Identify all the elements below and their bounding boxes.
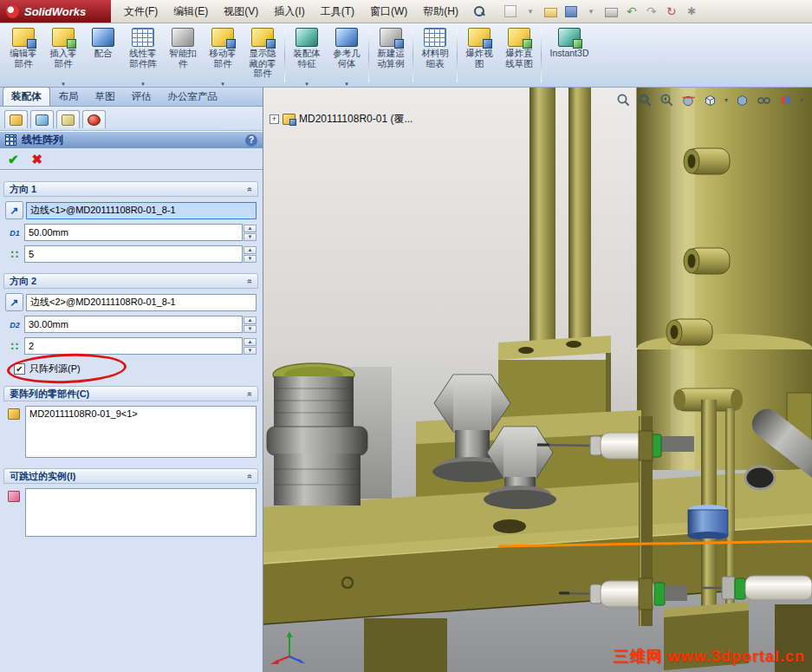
- spacing1-field[interactable]: 50.00mm: [24, 224, 243, 241]
- tab-assembly[interactable]: 装配体: [3, 87, 50, 106]
- spinner-up-icon[interactable]: [244, 225, 257, 232]
- components-listbox[interactable]: MD20111108R0-01_9<1>: [25, 406, 257, 458]
- new-document-icon[interactable]: [504, 5, 516, 17]
- menu-window[interactable]: 窗口(W): [362, 0, 415, 23]
- ribbon-button-exploded-view[interactable]: 爆炸视图: [459, 25, 499, 87]
- skip-header[interactable]: 可跳过的实例(I): [3, 468, 258, 484]
- search-icon[interactable]: [473, 5, 485, 17]
- redo-icon[interactable]: [646, 4, 658, 18]
- dropdown-arrow-icon[interactable]: ▾: [724, 96, 728, 104]
- display-style-icon[interactable]: [735, 93, 750, 108]
- configuration-manager-tab[interactable]: [56, 110, 80, 128]
- ribbon-button-linear-pattern[interactable]: 线性零部件阵: [123, 25, 163, 87]
- edit-component-icon: [12, 28, 35, 47]
- ribbon-button-insert-component[interactable]: 插入零部件: [43, 25, 83, 87]
- menu-file[interactable]: 文件(F): [116, 0, 166, 23]
- options-icon[interactable]: [685, 4, 698, 18]
- dropdown-arrow-icon: [305, 81, 309, 87]
- spinner-up-icon[interactable]: [244, 246, 257, 254]
- zoom-area-icon[interactable]: [638, 93, 653, 108]
- flyout-tree-node[interactable]: MD20111108R0-01 (覆...: [270, 112, 412, 127]
- ribbon-button-move-component[interactable]: 移动零部件: [203, 25, 243, 87]
- cancel-button[interactable]: [32, 153, 43, 166]
- ribbon-button-bill-of-materials[interactable]: 材料明细表: [415, 25, 455, 87]
- title-bar: SolidWorks 文件(F) 编辑(E) 视图(V) 插入(I) 工具(T)…: [0, 0, 812, 23]
- section-view-icon[interactable]: [681, 93, 696, 108]
- menu-view[interactable]: 视图(V): [216, 0, 266, 23]
- ribbon-button-assembly-features[interactable]: 装配体特征: [287, 25, 327, 87]
- solidworks-window: SolidWorks 文件(F) 编辑(E) 视图(V) 插入(I) 工具(T)…: [0, 0, 812, 672]
- model-scene: [263, 88, 812, 672]
- spinner-down-icon[interactable]: [244, 347, 257, 355]
- spacing1-spinner[interactable]: [244, 225, 257, 241]
- rebuild-icon[interactable]: [666, 4, 678, 18]
- feature-manager-tab[interactable]: [4, 110, 28, 128]
- undo-icon[interactable]: [626, 4, 638, 18]
- ribbon-button-edit-component[interactable]: 编辑零部件: [3, 25, 43, 87]
- ribbon-button-explode-line-sketch[interactable]: 爆炸直线草图: [499, 25, 539, 87]
- instance-count1-icon: [5, 248, 24, 261]
- direction1-edge-field[interactable]: 边线<1>@MD20111108R0-01_8-1: [26, 202, 257, 219]
- explode-line-sketch-icon: [508, 28, 530, 47]
- graphics-area[interactable]: MD20111108R0-01 (覆... ▾ ▾: [263, 88, 812, 672]
- tab-sketch[interactable]: 草图: [88, 88, 123, 106]
- edit-appearance-icon[interactable]: [778, 93, 793, 108]
- print-icon[interactable]: [605, 8, 618, 17]
- menu-tools[interactable]: 工具(T): [313, 0, 362, 23]
- spinner-up-icon[interactable]: [244, 338, 257, 346]
- components-to-pattern-group: 要阵列的零部件(C) MD20111108R0-01_9<1>: [3, 386, 258, 458]
- component-list-item[interactable]: MD20111108R0-01_9<1>: [29, 408, 138, 419]
- spacing2-spinner[interactable]: [244, 316, 257, 333]
- tab-office-products[interactable]: 办公室产品: [160, 88, 226, 106]
- assembly-node-label[interactable]: MD20111108R0-01 (覆...: [299, 112, 412, 127]
- save-icon[interactable]: [565, 6, 577, 17]
- hide-show-items-icon[interactable]: [757, 93, 771, 108]
- view-orientation-icon[interactable]: [703, 93, 718, 108]
- tab-layout[interactable]: 布局: [51, 88, 87, 106]
- ribbon-button-smart-fasteners[interactable]: 智能扣件: [163, 25, 203, 87]
- skip-header-label: 可跳过的实例(I): [10, 470, 247, 483]
- spinner-down-icon[interactable]: [244, 255, 257, 263]
- new-dropdown-icon[interactable]: [524, 4, 536, 18]
- components-header[interactable]: 要阵列的零部件(C): [3, 386, 258, 401]
- ribbon-button-mate[interactable]: 配合: [83, 25, 123, 87]
- components-header-label: 要阵列的零部件(C): [10, 388, 247, 401]
- skip-listbox[interactable]: [25, 488, 257, 537]
- instance-count2-field[interactable]: 2: [24, 337, 243, 355]
- menu-edit[interactable]: 编辑(E): [166, 0, 216, 23]
- spinner-down-icon[interactable]: [244, 233, 257, 241]
- previous-view-icon[interactable]: [659, 93, 674, 108]
- save-dropdown-icon[interactable]: [585, 4, 597, 18]
- spinner-down-icon[interactable]: [244, 325, 257, 333]
- help-button[interactable]: ?: [245, 134, 257, 147]
- instance-count2-spinner[interactable]: [244, 338, 257, 355]
- zoom-fit-icon[interactable]: [616, 93, 631, 108]
- tab-evaluate[interactable]: 评估: [124, 88, 159, 106]
- ok-button[interactable]: [8, 153, 19, 166]
- direction1-header[interactable]: 方向 1: [3, 181, 258, 197]
- ribbon-separator: [457, 29, 458, 82]
- dropdown-arrow-icon[interactable]: ▾: [800, 96, 803, 104]
- ribbon-button-new-motion-study[interactable]: 新建运动算例: [371, 25, 411, 87]
- seed-only-checkbox[interactable]: [14, 363, 25, 375]
- instance-count1-field[interactable]: 5: [24, 245, 243, 263]
- ribbon-button-instant3d[interactable]: Instant3D: [543, 25, 595, 87]
- instance-count1-spinner[interactable]: [244, 246, 257, 263]
- spinner-up-icon[interactable]: [244, 316, 257, 324]
- ribbon-button-show-hidden-components[interactable]: 显示隐藏的零部件: [243, 25, 283, 87]
- seed-only-label: 只阵列源(P): [29, 362, 81, 375]
- direction2-header[interactable]: 方向 2: [3, 273, 258, 289]
- tree-expand-icon[interactable]: [270, 114, 279, 124]
- column-clamp-collar: [666, 319, 712, 345]
- direction1-reference-icon[interactable]: [5, 201, 23, 219]
- direction2-reference-icon[interactable]: [5, 293, 23, 311]
- ribbon-button-reference-geometry[interactable]: 参考几何体: [327, 25, 367, 87]
- menu-help[interactable]: 帮助(H): [415, 0, 466, 23]
- direction2-edge-field[interactable]: 边线<2>@MD20111108R0-01_8-1: [26, 294, 257, 311]
- mate-icon: [92, 28, 114, 47]
- property-manager-tab[interactable]: [30, 110, 54, 128]
- display-manager-tab[interactable]: [82, 110, 106, 128]
- menu-insert[interactable]: 插入(I): [266, 0, 312, 23]
- open-icon[interactable]: [544, 8, 557, 17]
- spacing2-field[interactable]: 30.00mm: [24, 316, 243, 333]
